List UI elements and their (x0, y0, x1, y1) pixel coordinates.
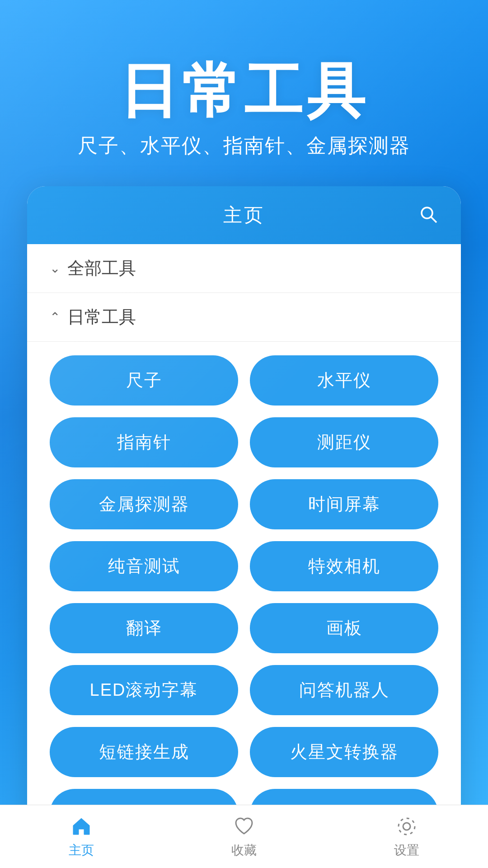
category-daily-tools[interactable]: ⌃ 日常工具 (27, 293, 461, 342)
tool-button-10[interactable]: LED滚动字幕 (50, 665, 238, 715)
nav-settings[interactable]: 设置 (394, 815, 419, 859)
tool-label-2: 指南针 (117, 433, 171, 452)
tool-button-2[interactable]: 指南针 (50, 417, 238, 467)
nav-home[interactable]: 主页 (69, 815, 94, 859)
search-icon (418, 204, 438, 224)
search-button[interactable] (418, 204, 438, 226)
svg-point-0 (422, 208, 432, 218)
tool-label-4: 金属探测器 (99, 495, 189, 514)
tool-button-0[interactable]: 尺子 (50, 355, 238, 406)
tool-button-11[interactable]: 问答机器人 (250, 665, 438, 715)
main-title: 日常工具 (0, 59, 488, 123)
svg-point-3 (399, 818, 415, 835)
header-section: 日常工具 尺子、水平仪、指南针、金属探测器 (0, 0, 488, 186)
svg-line-1 (431, 217, 436, 222)
svg-point-2 (403, 823, 410, 830)
tool-label-1: 水平仪 (317, 371, 371, 390)
tool-label-8: 翻译 (126, 618, 162, 637)
tool-label-11: 问答机器人 (299, 680, 389, 699)
main-card: 主页 ⌄ 全部工具 ⌃ 日常工具 尺子水平仪指南针测距仪金属探测器时间屏幕纯音测… (27, 186, 461, 857)
tool-label-9: 画板 (326, 618, 362, 637)
card-header: 主页 (27, 186, 461, 244)
tool-label-5: 时间屏幕 (308, 495, 380, 514)
card-title: 主页 (223, 203, 265, 228)
nav-favorites-label: 收藏 (231, 842, 257, 859)
tool-label-7: 特效相机 (308, 557, 380, 576)
nav-settings-label: 设置 (394, 842, 419, 859)
tool-label-3: 测距仪 (317, 433, 371, 452)
tool-label-6: 纯音测试 (108, 557, 180, 576)
category-all-tools[interactable]: ⌄ 全部工具 (27, 244, 461, 293)
tool-label-13: 火星文转换器 (290, 742, 399, 761)
tool-button-1[interactable]: 水平仪 (250, 355, 438, 406)
category-all-tools-label: 全部工具 (67, 257, 136, 280)
category-daily-tools-label: 日常工具 (67, 306, 136, 329)
chevron-down-icon: ⌄ (50, 261, 60, 276)
sub-title: 尺子、水平仪、指南针、金属探测器 (0, 132, 488, 159)
tool-label-10: LED滚动字幕 (90, 680, 198, 699)
tool-label-0: 尺子 (126, 371, 162, 390)
tool-button-4[interactable]: 金属探测器 (50, 479, 238, 529)
bottom-nav: 主页 收藏 设置 (0, 805, 488, 868)
tool-button-5[interactable]: 时间屏幕 (250, 479, 438, 529)
tool-button-8[interactable]: 翻译 (50, 603, 238, 653)
tool-button-9[interactable]: 画板 (250, 603, 438, 653)
nav-home-label: 主页 (69, 842, 94, 859)
nav-favorites[interactable]: 收藏 (231, 815, 257, 859)
tool-button-6[interactable]: 纯音测试 (50, 541, 238, 591)
tool-button-7[interactable]: 特效相机 (250, 541, 438, 591)
tools-grid: 尺子水平仪指南针测距仪金属探测器时间屏幕纯音测试特效相机翻译画板LED滚动字幕问… (27, 342, 461, 857)
heart-icon (232, 815, 256, 838)
tool-button-12[interactable]: 短链接生成 (50, 727, 238, 777)
tool-button-3[interactable]: 测距仪 (250, 417, 438, 467)
tool-button-13[interactable]: 火星文转换器 (250, 727, 438, 777)
settings-icon (395, 815, 418, 838)
home-icon (70, 815, 93, 838)
tool-label-12: 短链接生成 (99, 742, 189, 761)
chevron-up-icon: ⌃ (50, 310, 60, 325)
